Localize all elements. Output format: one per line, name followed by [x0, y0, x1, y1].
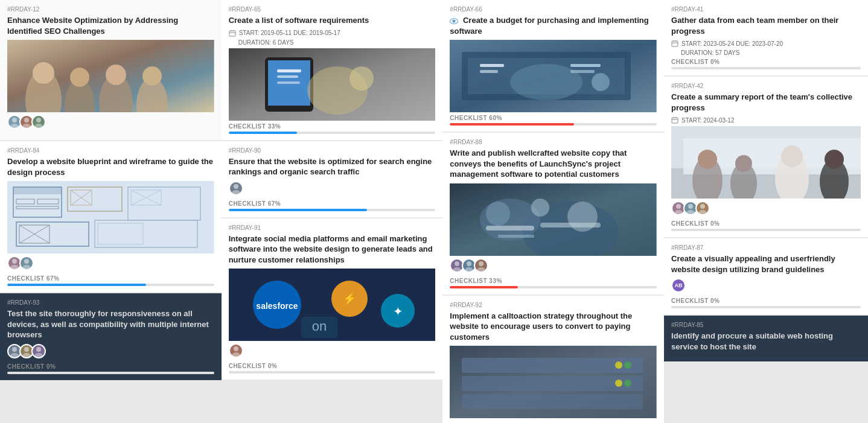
card[interactable]: #RRDAY-91Integrate social media platform…	[222, 218, 443, 380]
svg-point-125	[700, 204, 705, 209]
svg-point-90	[467, 261, 471, 266]
svg-rect-75	[480, 70, 498, 73]
card-title: Create a list of software requirements	[229, 15, 436, 26]
svg-point-40	[10, 353, 19, 357]
avatar	[31, 344, 46, 358]
card[interactable]: #RRDAY-87Create a visually appealing and…	[664, 238, 868, 314]
card[interactable]: #RRDAY-93Test the site thoroughly for re…	[0, 293, 222, 380]
card[interactable]: #RRDAY-88Write and publish wellcrafted w…	[442, 133, 664, 294]
svg-point-57	[234, 184, 238, 189]
card[interactable]: #RRDAY-66 Create a budget for purchasing…	[442, 0, 664, 132]
card[interactable]: #RRDAY-12Enhance Website Optimization by…	[0, 0, 222, 140]
svg-point-78	[592, 73, 610, 91]
card[interactable]: #RRDAY-92Implement a calltoaction strate…	[442, 296, 664, 423]
svg-rect-97	[462, 394, 643, 409]
eye-icon	[450, 18, 458, 24]
card-id: #RRDAY-66	[450, 6, 657, 13]
checklist-label: CHECKLIST 67%	[7, 275, 214, 282]
svg-rect-76	[570, 64, 601, 67]
progress-bar	[229, 209, 368, 211]
progress-bar-container	[671, 229, 861, 231]
progress-bar	[7, 284, 146, 286]
avatar	[229, 181, 243, 196]
svg-point-99	[615, 361, 622, 369]
card-title: Ensure that the website is optimized for…	[229, 156, 436, 177]
card-id: #RRDAY-92	[450, 302, 657, 308]
svg-point-10	[10, 124, 19, 128]
card-image	[229, 48, 436, 123]
card-meta: START: 2024-03-12	[671, 116, 861, 124]
svg-point-43	[36, 347, 41, 352]
avatar	[31, 115, 46, 129]
card-avatars	[671, 201, 861, 215]
card-meta: START: 2023-05-24 DUE: 2023-07-20	[671, 40, 861, 47]
kanban-board: #RRDAY-12Enhance Website Optimization by…	[0, 0, 868, 423]
card-title: Create a budget for purchasing and imple…	[450, 15, 657, 36]
card-title: Develop a website blueprint and wirefram…	[7, 156, 214, 177]
column-2: #RRDAY-65Create a list of software requi…	[222, 0, 443, 423]
card[interactable]: #RRDAY-84Develop a website blueprint and…	[0, 141, 222, 292]
svg-point-118	[735, 155, 752, 172]
card-id: #RRDAY-90	[229, 147, 436, 154]
card-title: Identify and procure a suitable web host…	[671, 331, 861, 352]
svg-point-101	[615, 380, 622, 387]
checklist-label: CHECKLIST 0%	[671, 297, 861, 304]
svg-point-100	[624, 380, 631, 387]
card-id: #RRDAY-88	[450, 139, 657, 145]
progress-bar-container	[450, 286, 657, 288]
card[interactable]: #RRDAY-85Identify and procure a suitable…	[664, 316, 868, 361]
checklist-label: CHECKLIST 33%	[450, 278, 657, 284]
svg-point-14	[34, 124, 43, 128]
svg-point-5	[33, 62, 54, 84]
svg-rect-83	[486, 226, 534, 231]
svg-point-37	[24, 259, 29, 264]
svg-point-126	[698, 210, 707, 214]
progress-bar-container	[7, 284, 214, 286]
svg-point-93	[477, 267, 485, 272]
card-image	[450, 183, 657, 258]
column-3: #RRDAY-66 Create a budget for purchasing…	[442, 0, 664, 423]
svg-point-92	[479, 261, 483, 266]
card-title: Gather data from each team member on the…	[671, 15, 861, 36]
progress-bar-container	[229, 209, 436, 211]
svg-rect-17	[13, 187, 62, 194]
card-title: Enhance Website Optimization by Addressi…	[7, 15, 214, 36]
svg-point-87	[531, 199, 549, 217]
svg-point-38	[22, 265, 31, 269]
svg-point-69	[232, 352, 240, 357]
svg-rect-74	[480, 64, 504, 67]
card[interactable]: #RRDAY-65Create a list of software requi…	[222, 0, 443, 140]
svg-point-12	[22, 124, 31, 128]
svg-point-120	[825, 150, 844, 169]
card-id: #RRDAY-41	[671, 6, 861, 13]
svg-point-86	[486, 202, 510, 226]
svg-point-122	[674, 210, 683, 214]
svg-rect-54	[277, 81, 300, 84]
card-dates: START: 2024-03-12	[681, 117, 734, 124]
progress-bar-container	[229, 371, 436, 374]
card-id: #RRDAY-93	[7, 299, 214, 306]
card[interactable]: #RRDAY-42Create a summary report of the …	[664, 77, 868, 237]
svg-rect-102	[672, 41, 678, 46]
card-image	[671, 126, 861, 201]
svg-point-58	[232, 190, 240, 194]
svg-point-121	[676, 204, 681, 209]
svg-point-91	[465, 267, 473, 272]
svg-point-42	[22, 353, 31, 357]
svg-point-35	[12, 259, 17, 264]
card-id: #RRDAY-85	[671, 322, 861, 328]
card[interactable]: #RRDAY-41Gather data from each team memb…	[664, 0, 868, 75]
checklist-label: CHECKLIST 67%	[229, 200, 436, 207]
card-image	[450, 40, 657, 115]
svg-point-6	[70, 68, 89, 87]
progress-bar-container	[450, 123, 657, 126]
card-avatars	[7, 344, 214, 358]
card-avatars: AB	[671, 278, 861, 293]
svg-rect-85	[498, 235, 534, 238]
progress-bar-container	[229, 132, 436, 134]
card-dates: START: 2019-05-11 DUE: 2019-05-17	[239, 30, 340, 36]
svg-point-41	[24, 347, 29, 352]
card-id: #RRDAY-87	[671, 244, 861, 251]
card[interactable]: #RRDAY-90Ensure that the website is opti…	[222, 141, 443, 217]
card-avatars	[229, 343, 436, 358]
